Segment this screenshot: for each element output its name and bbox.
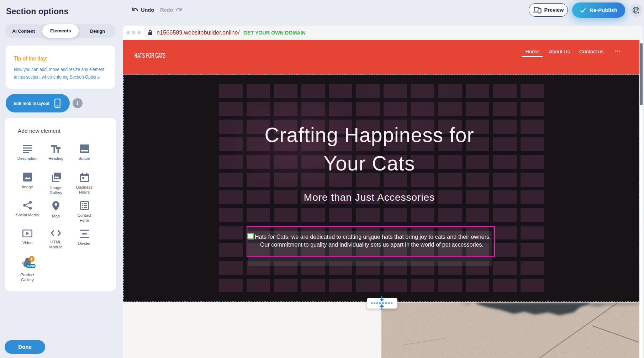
svg-text:SHOP: SHOP bbox=[26, 264, 35, 268]
